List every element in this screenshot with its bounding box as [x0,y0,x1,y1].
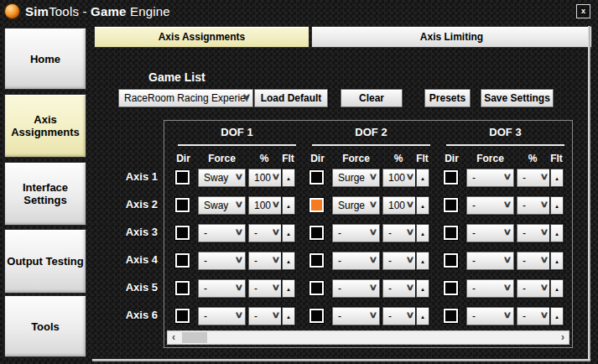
dir-checkbox[interactable] [309,198,324,212]
dir-checkbox[interactable] [444,309,458,323]
percent-select[interactable]: -∨ [382,279,417,298]
dir-checkbox[interactable] [444,281,458,295]
table-row: -∨-∨▴ -∨-∨▴ -∨-∨▴ [164,252,569,270]
percent-select[interactable]: -∨ [248,279,283,298]
flt-spinner[interactable]: ▴ [550,279,564,298]
scroll-thumb[interactable] [182,332,207,343]
flt-spinner[interactable]: ▴ [282,196,295,215]
flt-spinner[interactable]: ▴ [416,224,429,242]
save-settings-button[interactable]: Save Settings [481,89,554,107]
dir-checkbox[interactable] [309,226,324,240]
dir-checkbox[interactable] [309,170,324,185]
force-header: Force [330,153,382,164]
force-select[interactable]: -∨ [332,307,380,325]
h-scrollbar[interactable]: ‹ › [167,330,569,345]
dir-checkbox[interactable] [444,226,458,240]
force-select[interactable]: -∨ [198,252,246,270]
percent-select[interactable]: -∨ [517,169,551,187]
flt-spinner[interactable]: ▴ [282,252,295,270]
percent-select[interactable]: -∨ [382,224,417,242]
flt-spinner[interactable]: ▴ [416,196,429,215]
dir-checkbox[interactable] [309,309,324,323]
clear-button[interactable]: Clear [341,89,403,107]
sidebar-item-axis-assignments[interactable]: Axis Assignments [4,94,86,158]
scroll-left-icon[interactable]: ‹ [168,331,179,344]
chevron-down-icon: ∨ [503,282,512,293]
percent-select[interactable]: -∨ [382,307,417,325]
dir-checkbox[interactable] [444,198,458,212]
percent-select[interactable]: -∨ [248,224,283,242]
percent-select[interactable]: -∨ [517,224,551,242]
force-select[interactable]: -∨ [332,252,380,270]
percent-select[interactable]: 100∨ [382,196,417,215]
flt-spinner[interactable]: ▴ [550,196,564,215]
force-select[interactable]: -∨ [466,196,514,215]
spinner-up-icon: ▴ [287,231,290,237]
percent-select[interactable]: 100∨ [248,196,283,215]
percent-select[interactable]: -∨ [517,196,551,215]
percent-select[interactable]: -∨ [517,252,551,270]
chevron-down-icon: ∨ [235,282,244,293]
force-select[interactable]: -∨ [466,307,514,325]
dir-checkbox[interactable] [175,170,190,185]
percent-select[interactable]: -∨ [248,252,283,270]
force-select[interactable]: Sway∨ [198,169,246,187]
force-select[interactable]: -∨ [466,169,514,187]
force-select[interactable]: -∨ [198,279,246,298]
flt-spinner[interactable]: ▴ [416,252,429,270]
sidebar-item-interface-settings[interactable]: Interface Settings [4,162,86,226]
spinner-up-icon: ▴ [421,314,424,320]
flt-spinner[interactable]: ▴ [416,169,429,187]
force-select[interactable]: -∨ [466,252,514,270]
force-select[interactable]: Sway∨ [198,196,246,215]
dir-checkbox[interactable] [175,198,190,212]
force-select[interactable]: -∨ [198,307,246,325]
flt-spinner[interactable]: ▴ [282,169,295,187]
presets-button[interactable]: Presets [424,89,471,107]
percent-select[interactable]: 100∨ [382,169,417,187]
scroll-right-icon[interactable]: › [557,331,569,344]
percent-select[interactable]: -∨ [517,279,551,298]
flt-spinner[interactable]: ▴ [550,224,564,242]
percent-select[interactable]: 100∨ [248,169,283,187]
force-select[interactable]: -∨ [332,224,380,242]
flt-spinner[interactable]: ▴ [416,279,429,298]
chevron-down-icon: ∨ [369,282,378,293]
tab-axis-limiting[interactable]: Axis Limiting [311,26,592,48]
load-default-button[interactable]: Load Default [254,89,328,107]
flt-spinner[interactable]: ▴ [282,224,295,242]
spinner-up-icon: ▴ [555,175,559,181]
close-icon[interactable]: x [576,4,590,18]
force-select[interactable]: -∨ [198,224,246,242]
force-select[interactable]: -∨ [466,224,514,242]
dir-checkbox[interactable] [175,281,190,295]
spinner-up-icon: ▴ [555,203,559,209]
game-list-label: Game List [148,70,205,84]
flt-spinner[interactable]: ▴ [550,307,564,325]
tab-axis-assignments[interactable]: Axis Assignments [94,26,309,48]
dir-checkbox[interactable] [444,253,458,268]
sidebar-item-tools[interactable]: Tools [4,295,86,357]
percent-select[interactable]: -∨ [517,307,551,325]
force-select[interactable]: -∨ [332,279,380,298]
sidebar-item-output-testing[interactable]: Output Testing [4,229,86,294]
game-select[interactable]: RaceRoom Racing Experier ∨ [118,89,253,107]
dir-checkbox[interactable] [309,253,324,268]
flt-spinner[interactable]: ▴ [550,169,564,187]
force-select[interactable]: -∨ [466,279,514,298]
dir-checkbox[interactable] [309,281,324,295]
spinner-up-icon: ▴ [555,231,559,237]
force-select[interactable]: Surge∨ [332,169,380,187]
dir-checkbox[interactable] [175,226,190,240]
percent-select[interactable]: -∨ [248,307,283,325]
flt-spinner[interactable]: ▴ [416,307,429,325]
force-select[interactable]: Surge∨ [332,196,380,215]
percent-select[interactable]: -∨ [382,252,417,270]
flt-spinner[interactable]: ▴ [282,307,295,325]
flt-spinner[interactable]: ▴ [282,279,295,298]
dir-checkbox[interactable] [175,253,190,268]
dir-checkbox[interactable] [444,170,458,185]
sidebar-item-home[interactable]: Home [4,28,86,90]
flt-spinner[interactable]: ▴ [550,252,564,270]
dir-checkbox[interactable] [175,309,190,323]
